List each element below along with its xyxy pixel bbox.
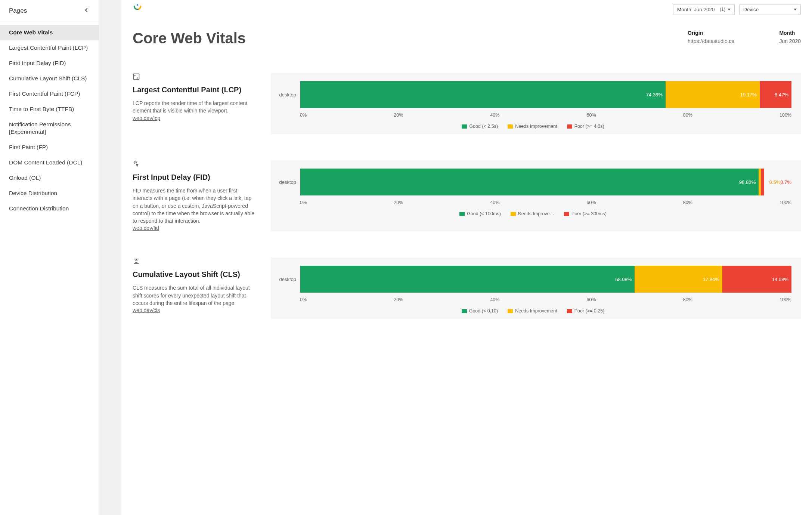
sidebar-item-core-web-vitals[interactable]: Core Web Vitals xyxy=(0,25,99,40)
topbar: Month: Jun 2020 (1) Device xyxy=(133,4,801,15)
origin-block: Origin https://datastudio.ca xyxy=(688,30,734,44)
origin-value: https://datastudio.ca xyxy=(688,38,734,44)
legend-ni: Needs Improvement xyxy=(508,308,557,314)
month-filter[interactable]: Month: Jun 2020 (1) xyxy=(673,4,735,15)
sidebar-item-first-input-delay-fid[interactable]: First Input Delay (FID) xyxy=(0,56,99,71)
metric-link[interactable]: web.dev/fid xyxy=(133,225,159,231)
legend: Good (< 100ms) Needs Improve… Poor (>= 3… xyxy=(275,211,791,216)
chevron-left-icon[interactable] xyxy=(83,7,90,15)
axis-ticks: 0%20%40%60%80%100% xyxy=(300,112,791,118)
bar-row: desktop 74.36% 19.17% 6.47% xyxy=(275,81,791,108)
svg-point-0 xyxy=(137,4,138,6)
sidebar-list: Core Web VitalsLargest Contentful Paint … xyxy=(0,22,99,216)
sidebar-item-time-to-first-byte-ttfb[interactable]: Time to First Byte (TTFB) xyxy=(0,102,99,117)
metric-title: First Input Delay (FID) xyxy=(133,173,256,182)
swatch-poor-icon xyxy=(567,124,572,129)
main-content: Month: Jun 2020 (1) Device Core Web Vita… xyxy=(121,0,812,515)
axis-tick: 40% xyxy=(490,297,499,302)
legend-ni: Needs Improve… xyxy=(511,211,554,216)
seg-good: 74.36% xyxy=(300,81,666,108)
cls-icon xyxy=(133,258,256,266)
seg-needs-improvement: 19.17% xyxy=(666,81,760,108)
bar-track: 68.08% 17.84% 14.08% xyxy=(300,266,791,293)
bar-row: desktop 98.83% 0.5%0.7% xyxy=(275,169,791,195)
legend-poor: Poor (>= 0.25) xyxy=(567,308,605,314)
fid-icon xyxy=(133,160,256,169)
axis-tick: 100% xyxy=(780,112,791,118)
axis-tick: 40% xyxy=(490,112,499,118)
metric-lcp: Largest Contentful Paint (LCP) LCP repor… xyxy=(133,73,801,134)
sidebar-item-dom-content-loaded-dcl[interactable]: DOM Content Loaded (DCL) xyxy=(0,155,99,170)
month-value: Jun 2020 xyxy=(779,38,801,44)
month-filter-label: Month: xyxy=(677,7,692,12)
sidebar-item-first-contentful-paint-fcp[interactable]: First Contentful Paint (FCP) xyxy=(0,86,99,102)
svg-rect-1 xyxy=(134,74,139,80)
legend-poor: Poor (>= 300ms) xyxy=(564,211,607,216)
legend-good: Good (< 100ms) xyxy=(459,211,501,216)
chart-lcp: desktop 74.36% 19.17% 6.47% 0%20%40%60%8… xyxy=(271,73,801,134)
swatch-ni-icon xyxy=(511,212,516,216)
seg-poor: 14.08% xyxy=(722,266,791,293)
metric-title: Cumulative Layout Shift (CLS) xyxy=(133,270,256,279)
sidebar-item-device-distribution[interactable]: Device Distribution xyxy=(0,186,99,201)
axis-ticks: 0%20%40%60%80%100% xyxy=(300,200,791,205)
metric-description: CLS measures the sum total of all indivi… xyxy=(133,284,256,307)
seg-poor xyxy=(761,169,764,195)
axis-tick: 80% xyxy=(683,297,692,302)
legend: Good (< 2.5s) Needs Improvement Poor (>=… xyxy=(275,124,791,129)
month-filter-value: Jun 2020 xyxy=(694,7,715,12)
device-label: desktop xyxy=(275,92,296,98)
seg-good: 98.83% xyxy=(300,169,759,195)
swatch-poor-icon xyxy=(567,309,572,313)
legend-good: Good (< 2.5s) xyxy=(462,124,498,129)
seg-good: 68.08% xyxy=(300,266,635,293)
swatch-poor-icon xyxy=(564,212,569,216)
month-filter-count: (1) xyxy=(720,7,725,12)
device-label: desktop xyxy=(275,277,296,282)
sidebar-item-notification-permissions-experimental[interactable]: Notification Permissions [Experimental] xyxy=(0,117,99,140)
sidebar-item-first-paint-fp[interactable]: First Paint (FP) xyxy=(0,140,99,155)
device-filter[interactable]: Device xyxy=(739,4,801,15)
page-title: Core Web Vitals xyxy=(133,30,246,47)
axis-row: 0%20%40%60%80%100% xyxy=(275,200,791,205)
swatch-ni-icon xyxy=(508,309,513,313)
sidebar-item-onload-ol[interactable]: Onload (OL) xyxy=(0,170,99,186)
header-row: Core Web Vitals Origin https://datastudi… xyxy=(133,30,801,47)
sidebar-item-cumulative-layout-shift-cls[interactable]: Cumulative Layout Shift (CLS) xyxy=(0,71,99,86)
axis-ticks: 0%20%40%60%80%100% xyxy=(300,297,791,302)
axis-tick: 20% xyxy=(394,297,403,302)
metric-text-cls: Cumulative Layout Shift (CLS) CLS measur… xyxy=(133,258,256,319)
legend-good: Good (< 0.10) xyxy=(462,308,498,314)
metric-link[interactable]: web.dev/cls xyxy=(133,307,160,313)
caret-down-icon xyxy=(794,9,797,10)
axis-tick: 60% xyxy=(587,200,596,205)
legend-poor: Poor (>= 4.0s) xyxy=(567,124,604,129)
month-block: Month Jun 2020 xyxy=(779,30,801,44)
device-filter-label: Device xyxy=(743,7,759,12)
seg-poor: 6.47% xyxy=(760,81,791,108)
legend-ni: Needs Improvement xyxy=(508,124,557,129)
lcp-icon xyxy=(133,73,256,82)
metric-fid: First Input Delay (FID) FID measures the… xyxy=(133,160,801,231)
chart-cls: desktop 68.08% 17.84% 14.08% 0%20%40%60%… xyxy=(271,258,801,319)
bar-track: 98.83% xyxy=(300,169,764,195)
axis-row: 0%20%40%60%80%100% xyxy=(275,297,791,302)
sidebar-title: Pages xyxy=(9,7,27,15)
seg-needs-improvement: 17.84% xyxy=(635,266,722,293)
axis-tick: 80% xyxy=(683,200,692,205)
overflow-poor: 0.7% xyxy=(780,179,791,185)
axis-tick: 80% xyxy=(683,112,692,118)
filter-bar: Month: Jun 2020 (1) Device xyxy=(673,4,801,15)
metric-link[interactable]: web.dev/lcp xyxy=(133,115,160,121)
axis-tick: 0% xyxy=(300,200,307,205)
metric-text-fid: First Input Delay (FID) FID measures the… xyxy=(133,160,256,231)
metric-title: Largest Contentful Paint (LCP) xyxy=(133,86,256,94)
axis-tick: 60% xyxy=(587,297,596,302)
sidebar-item-connection-distribution[interactable]: Connection Distribution xyxy=(0,201,99,216)
metric-description: FID measures the time from when a user f… xyxy=(133,187,256,225)
swatch-good-icon xyxy=(459,212,465,216)
metric-text-lcp: Largest Contentful Paint (LCP) LCP repor… xyxy=(133,73,256,134)
sidebar-item-largest-contentful-paint-lcp[interactable]: Largest Contentful Paint (LCP) xyxy=(0,40,99,56)
chart-fid: desktop 98.83% 0.5%0.7% 0%20%40%60%80%10… xyxy=(271,160,801,231)
metric-description: LCP reports the render time of the large… xyxy=(133,99,256,115)
